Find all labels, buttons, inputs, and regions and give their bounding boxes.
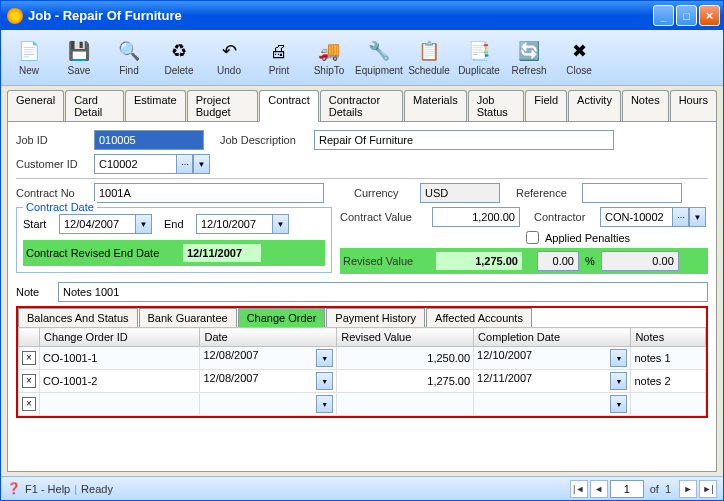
close-button[interactable]: ✖Close — [555, 32, 603, 83]
tab-notes[interactable]: Notes — [622, 90, 669, 121]
tab-content-contract: Job ID Job Description Customer ID ⋯ ▼ C… — [7, 121, 717, 472]
date-dropdown[interactable]: ▼ — [316, 372, 333, 390]
cell-id[interactable] — [40, 393, 200, 416]
toolbar: 📄New💾Save🔍Find♻Delete↶Undo🖨Print🚚ShipTo🔧… — [1, 30, 723, 86]
maximize-button[interactable]: □ — [676, 5, 697, 26]
cell-comp[interactable]: ▼ — [474, 393, 631, 416]
subtab-change-order[interactable]: Change Order — [238, 308, 326, 327]
status-text: Ready — [81, 483, 113, 495]
reference-input[interactable] — [582, 183, 682, 203]
subtab-affected-accounts[interactable]: Affected Accounts — [426, 308, 532, 327]
customer-dropdown-button[interactable]: ▼ — [193, 154, 210, 174]
cell-value[interactable]: 1,250.00 — [337, 347, 474, 370]
col-change-order-id[interactable]: Change Order ID — [40, 328, 200, 347]
contractor-dropdown-button[interactable]: ▼ — [689, 207, 706, 227]
job-desc-input[interactable] — [314, 130, 614, 150]
prev-page-button[interactable]: ◄ — [590, 480, 608, 498]
tab-project-budget[interactable]: Project Budget — [187, 90, 258, 121]
subtab-payment-history[interactable]: Payment History — [326, 308, 425, 327]
customer-id-input[interactable] — [94, 154, 176, 174]
subtab-balances-and-status[interactable]: Balances And Status — [18, 308, 138, 327]
contractor-input[interactable] — [600, 207, 672, 227]
page-input[interactable] — [610, 480, 644, 498]
date-dropdown[interactable]: ▼ — [316, 395, 333, 413]
col-completion-date[interactable]: Completion Date — [474, 328, 631, 347]
customer-lookup-button[interactable]: ⋯ — [176, 154, 193, 174]
contract-no-label: Contract No — [16, 187, 88, 199]
table-row[interactable]: ×CO-1001-112/08/2007▼1,250.0012/10/2007▼… — [19, 347, 706, 370]
tab-estimate[interactable]: Estimate — [125, 90, 186, 121]
delete-row-button[interactable]: × — [22, 351, 36, 365]
help-icon: ❓ — [7, 482, 21, 495]
close-button[interactable]: × — [699, 5, 720, 26]
minimize-button[interactable]: _ — [653, 5, 674, 26]
cell-id[interactable]: CO-1001-2 — [40, 370, 200, 393]
save-icon: 💾 — [67, 39, 91, 63]
delete-row-button[interactable]: × — [22, 374, 36, 388]
delete-row-button[interactable]: × — [22, 397, 36, 411]
undo-button[interactable]: ↶Undo — [205, 32, 253, 83]
tab-hours[interactable]: Hours — [670, 90, 717, 121]
cell-notes[interactable] — [631, 393, 706, 416]
contract-value-input[interactable] — [432, 207, 520, 227]
table-row[interactable]: ×▼▼ — [19, 393, 706, 416]
tab-job-status[interactable]: Job Status — [468, 90, 525, 121]
cell-value[interactable] — [337, 393, 474, 416]
tab-contract[interactable]: Contract — [259, 90, 319, 122]
find-icon: 🔍 — [117, 39, 141, 63]
cell-comp[interactable]: 12/10/2007▼ — [474, 347, 631, 370]
end-date-input[interactable] — [196, 214, 272, 234]
schedule-button[interactable]: 📋Schedule — [405, 32, 453, 83]
app-window: Job - Repair Of Furniture _ □ × 📄New💾Sav… — [0, 0, 724, 501]
last-page-button[interactable]: ►| — [699, 480, 717, 498]
contractor-label: Contractor — [534, 211, 594, 223]
new-button[interactable]: 📄New — [5, 32, 53, 83]
col-revised-value[interactable]: Revised Value — [337, 328, 474, 347]
start-date-picker[interactable]: ▼ — [135, 214, 152, 234]
note-input[interactable] — [58, 282, 708, 302]
refresh-button[interactable]: 🔄Refresh — [505, 32, 553, 83]
close-icon: ✖ — [567, 39, 591, 63]
schedule-icon: 📋 — [417, 39, 441, 63]
print-button[interactable]: 🖨Print — [255, 32, 303, 83]
duplicate-button[interactable]: 📑Duplicate — [455, 32, 503, 83]
subtab-bank-guarantee[interactable]: Bank Guarantee — [139, 308, 237, 327]
cell-notes[interactable]: notes 1 — [631, 347, 706, 370]
cell-value[interactable]: 1,275.00 — [337, 370, 474, 393]
end-date-picker[interactable]: ▼ — [272, 214, 289, 234]
penalties-checkbox[interactable] — [526, 231, 539, 244]
tab-field[interactable]: Field — [525, 90, 567, 121]
cell-comp[interactable]: 12/11/2007▼ — [474, 370, 631, 393]
tab-general[interactable]: General — [7, 90, 64, 121]
cell-date[interactable]: ▼ — [200, 393, 337, 416]
date-dropdown[interactable]: ▼ — [316, 349, 333, 367]
main-tabs: GeneralCard DetailEstimateProject Budget… — [1, 86, 723, 121]
table-row[interactable]: ×CO-1001-212/08/2007▼1,275.0012/11/2007▼… — [19, 370, 706, 393]
tab-materials[interactable]: Materials — [404, 90, 467, 121]
cell-id[interactable]: CO-1001-1 — [40, 347, 200, 370]
comp-dropdown[interactable]: ▼ — [610, 372, 627, 390]
comp-dropdown[interactable]: ▼ — [610, 349, 627, 367]
shipto-icon: 🚚 — [317, 39, 341, 63]
comp-dropdown[interactable]: ▼ — [610, 395, 627, 413]
find-button[interactable]: 🔍Find — [105, 32, 153, 83]
tab-contractor-details[interactable]: Contractor Details — [320, 90, 403, 121]
delete-button[interactable]: ♻Delete — [155, 32, 203, 83]
equipment-button[interactable]: 🔧Equipment — [355, 32, 403, 83]
tab-card-detail[interactable]: Card Detail — [65, 90, 124, 121]
save-button[interactable]: 💾Save — [55, 32, 103, 83]
col-notes[interactable]: Notes — [631, 328, 706, 347]
tab-activity[interactable]: Activity — [568, 90, 621, 121]
contractor-lookup-button[interactable]: ⋯ — [672, 207, 689, 227]
first-page-button[interactable]: |◄ — [570, 480, 588, 498]
shipto-button[interactable]: 🚚ShipTo — [305, 32, 353, 83]
job-id-input[interactable] — [94, 130, 204, 150]
cell-date[interactable]: 12/08/2007▼ — [200, 347, 337, 370]
cell-date[interactable]: 12/08/2007▼ — [200, 370, 337, 393]
next-page-button[interactable]: ► — [679, 480, 697, 498]
col-date[interactable]: Date — [200, 328, 337, 347]
cell-notes[interactable]: notes 2 — [631, 370, 706, 393]
start-date-input[interactable] — [59, 214, 135, 234]
contract-no-input[interactable] — [94, 183, 324, 203]
delete-icon: ♻ — [167, 39, 191, 63]
